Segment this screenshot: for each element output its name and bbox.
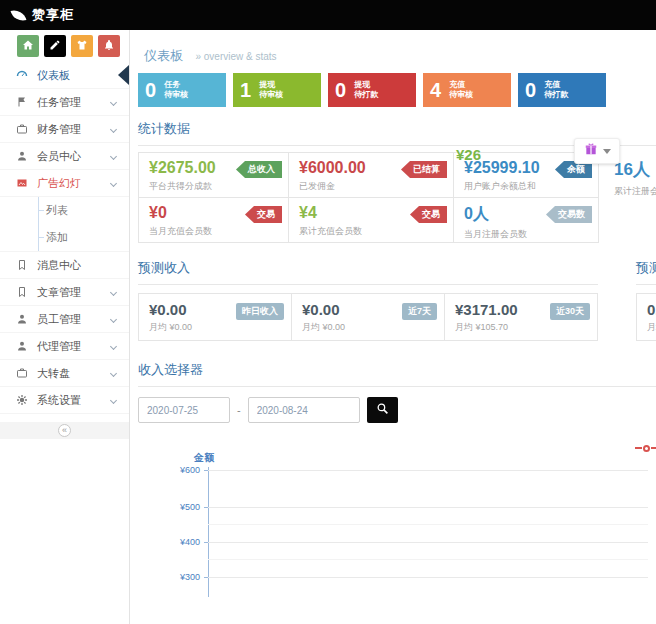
image-icon (15, 177, 29, 189)
top-bar: 赞享柜 (0, 0, 656, 30)
collapse-arrow-icon: « (58, 424, 71, 437)
user-icon (15, 313, 29, 325)
summary-box-recharge-review[interactable]: 4 充值待审核 (423, 73, 511, 107)
forecast-expense-cell: 0.00 月均 ¥0.00 (637, 294, 656, 341)
forecast-income-title: 预测收入 (138, 259, 598, 277)
summary-box-tasks-review[interactable]: 0 任务待审核 (138, 73, 226, 107)
stat-caption: 用户账户余额总和 (464, 180, 592, 193)
summary-line2: 待审核 (259, 90, 283, 99)
notifications-button[interactable] (98, 35, 120, 57)
search-button[interactable] (367, 397, 398, 423)
forecast-value: 0.00 (647, 301, 656, 318)
submenu-item-add[interactable]: 添加 (0, 224, 129, 251)
chevron-down-icon (110, 343, 117, 350)
dashboard-icon (15, 69, 29, 81)
sidebar-item-settings[interactable]: 系统设置 (0, 387, 129, 414)
ribbon-badge: 总收入 (236, 161, 282, 178)
summary-line1: 充值 (449, 80, 465, 89)
stat-cell-settled: ¥6000.00 已结算 已发佣金 (289, 153, 454, 198)
gear-icon (15, 394, 29, 406)
sidebar-item-label: 消息中心 (37, 258, 81, 273)
leaf-icon (11, 7, 27, 23)
sidebar-item-lucky-wheel[interactable]: 大转盘 (0, 360, 129, 387)
gridline-minor (208, 524, 648, 525)
sidebar-item-ad-slides[interactable]: 广告幻灯 (0, 170, 129, 197)
forecast-cell-30days: ¥3171.00 近30天 月均 ¥105.70 (445, 294, 598, 341)
sidebar-nav: 仪表板 任务管理 财务管理 会员中心 广告幻灯 (0, 62, 129, 414)
stat-cell-month-register: 0人 交易数 当月注册会员数 (454, 198, 599, 243)
gift-icon (584, 142, 598, 160)
sidebar-item-tasks[interactable]: 任务管理 (0, 89, 129, 116)
summary-count: 0 (525, 79, 536, 102)
sidebar-item-label: 系统设置 (37, 393, 81, 408)
summary-box-withdraw-pay[interactable]: 0 提现待打款 (328, 73, 416, 107)
gift-popup[interactable] (574, 138, 620, 164)
chevron-down-icon[interactable] (603, 149, 611, 154)
period-badge: 近7天 (402, 303, 437, 320)
submenu-item-list[interactable]: 列表 (0, 197, 129, 224)
date-from-input[interactable] (138, 397, 230, 423)
user-icon (15, 340, 29, 352)
chart-legend[interactable]: 收入 (635, 441, 656, 455)
submenu-item-label: 列表 (46, 203, 68, 218)
stats-table: ¥2675.00 总收入 平台共得分成款 ¥6000.00 已结算 已发佣金 ¥… (138, 152, 598, 243)
summary-box-withdraw-review[interactable]: 1 提现待审核 (233, 73, 321, 107)
breadcrumb-current[interactable]: 仪表板 (144, 48, 183, 63)
main-content: 仪表板 » overview & stats 0 任务待审核 1 提现待审核 0… (130, 30, 656, 624)
sidebar-item-articles[interactable]: 文章管理 (0, 279, 129, 306)
forecast-expense-cells: 0.00 月均 ¥0.00 (636, 293, 656, 341)
ad-slides-submenu: 列表 添加 (0, 197, 129, 252)
home-button[interactable] (17, 35, 39, 57)
chevron-down-icon (110, 316, 117, 323)
stat-caption: 平台共得分成款 (149, 180, 282, 193)
flag-icon (15, 96, 29, 108)
briefcase-icon (15, 123, 29, 135)
summary-line2: 待打款 (544, 90, 568, 99)
chevron-down-icon (110, 397, 117, 404)
sidebar-item-agents[interactable]: 代理管理 (0, 333, 129, 360)
summary-line2: 待审核 (449, 90, 473, 99)
summary-count: 1 (240, 79, 251, 102)
stat-cell-total-income: ¥2675.00 总收入 平台共得分成款 (139, 153, 289, 198)
gridline (208, 470, 648, 471)
stat-cell-total-members: 16人 累计注册会员数 (598, 152, 656, 243)
summary-box-recharge-pay[interactable]: 0 充值待打款 (518, 73, 606, 107)
stats-panel: ¥2675.00 总收入 平台共得分成款 ¥6000.00 已结算 已发佣金 ¥… (138, 152, 656, 243)
tooltip-fragment: ¥26 (456, 146, 481, 163)
chevron-down-icon (110, 153, 117, 160)
sidebar-item-members[interactable]: 会员中心 (0, 143, 129, 170)
y-tick-label: ¥600 (146, 465, 200, 475)
gridline (208, 577, 648, 578)
chevron-down-icon (110, 289, 117, 296)
divider (138, 386, 656, 387)
edit-button[interactable] (44, 35, 66, 57)
forecast-cell-yesterday: ¥0.00 昨日收入 月均 ¥0.00 (139, 294, 292, 341)
briefcase-icon (15, 367, 29, 379)
stat-caption: 已发佣金 (299, 180, 447, 193)
sidebar-collapse-button[interactable]: « (0, 422, 129, 439)
sidebar-item-staff[interactable]: 员工管理 (0, 306, 129, 333)
summary-line1: 充值 (544, 80, 560, 89)
shirt-button[interactable] (71, 35, 93, 57)
date-to-input[interactable] (248, 397, 360, 423)
sidebar: 仪表板 任务管理 财务管理 会员中心 广告幻灯 (0, 30, 130, 624)
sidebar-item-finance[interactable]: 财务管理 (0, 116, 129, 143)
stat-value: 16人 (614, 158, 656, 181)
dashboard-content: 0 任务待审核 1 提现待审核 0 提现待打款 4 充值待审核 0 充值待打 (130, 73, 656, 624)
sidebar-item-messages[interactable]: 消息中心 (0, 252, 129, 279)
bookmark-icon (15, 286, 29, 298)
forecast-caption: 月均 ¥0.00 (149, 321, 283, 334)
gridline (208, 507, 648, 508)
tick-mark (204, 542, 208, 543)
sidebar-item-label: 大转盘 (37, 366, 70, 381)
summary-line1: 任务 (164, 80, 180, 89)
chevron-down-icon (110, 370, 117, 377)
active-indicator (118, 65, 129, 85)
y-tick-label: ¥300 (146, 572, 200, 582)
y-axis-title: 金额 (194, 451, 214, 465)
stats-section-title: 统计数据 (138, 120, 656, 138)
bookmark-icon (15, 259, 29, 271)
sidebar-item-dashboard[interactable]: 仪表板 (0, 62, 129, 89)
chevron-down-icon (110, 180, 117, 187)
tick-mark (204, 577, 208, 578)
